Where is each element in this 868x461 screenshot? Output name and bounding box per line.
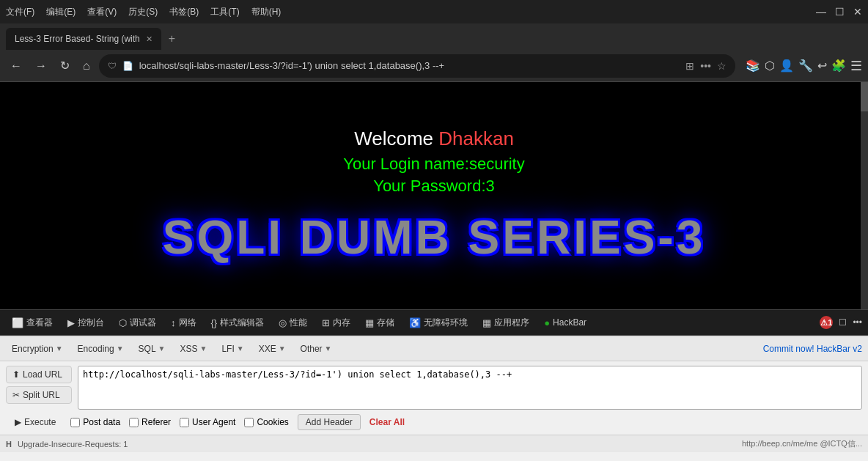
scroll-thumb[interactable] xyxy=(861,82,868,111)
active-tab[interactable]: Less-3 Error Based- String (with ✕ xyxy=(6,28,161,50)
xss-button[interactable]: XSS ▼ xyxy=(174,342,213,356)
encoding-label: Encoding xyxy=(78,344,114,354)
refresh-button[interactable]: ↻ xyxy=(56,56,74,75)
address-bar-icons: ⊞ ••• ☆ xyxy=(685,60,727,72)
hamburger-menu[interactable]: ☰ xyxy=(850,58,862,74)
tab-bar: Less-3 Error Based- String (with ✕ + xyxy=(0,23,868,50)
url-textarea[interactable] xyxy=(78,366,862,410)
sql-label: SQL xyxy=(139,344,156,354)
post-data-checkbox[interactable]: Post data xyxy=(70,417,120,427)
console-label: 控制台 xyxy=(78,317,104,329)
menu-file[interactable]: 文件(F) xyxy=(6,6,34,18)
post-data-label: Post data xyxy=(83,417,120,427)
accessibility-label: 无障碍环境 xyxy=(424,317,468,329)
main-content: Welcome Dhakkan Your Login name:security… xyxy=(0,82,868,309)
menu-bar: 文件(F) 编辑(E) 查看(V) 历史(S) 书签(B) 工具(T) 帮助(H… xyxy=(6,6,281,18)
devtool-performance[interactable]: ◎ 性能 xyxy=(273,314,313,332)
execute-button[interactable]: ▶ Execute xyxy=(9,414,62,430)
memory-icon: ⊞ xyxy=(322,317,330,328)
lfi-button[interactable]: LFI ▼ xyxy=(216,342,249,356)
devtool-accessibility[interactable]: ♿ 无障碍环境 xyxy=(403,314,474,332)
lfi-label: LFI xyxy=(221,344,234,354)
login-name: Your Login name:security xyxy=(343,155,524,174)
error-badge: ⚠ 1 xyxy=(820,316,833,329)
devtool-inspector[interactable]: ⬜ 查看器 xyxy=(6,314,59,332)
network-icon: ↕ xyxy=(171,317,176,328)
sqli-title: SQLI DUMB SERIES-3 xyxy=(163,210,706,265)
tab-label: Less-3 Error Based- String (with xyxy=(15,34,140,44)
puzzle-icon[interactable]: 🧩 xyxy=(831,59,846,73)
network-label: 网络 xyxy=(179,317,196,329)
load-url-button[interactable]: ⬆ Load URL xyxy=(6,366,72,383)
devtool-memory[interactable]: ⊞ 内存 xyxy=(316,314,356,332)
style-label: 样式编辑器 xyxy=(220,317,264,329)
devtool-console[interactable]: ▶ 控制台 xyxy=(62,314,110,332)
star-icon[interactable]: ☆ xyxy=(717,60,727,72)
cookies-checkbox[interactable]: Cookies xyxy=(244,417,288,427)
devtool-hackbar[interactable]: ● HackBar xyxy=(538,314,592,331)
menu-help[interactable]: 帮助(H) xyxy=(251,6,282,18)
window-controls: — ☐ ✕ xyxy=(816,6,862,18)
devtool-application[interactable]: ▦ 应用程序 xyxy=(477,314,535,332)
tab-close-button[interactable]: ✕ xyxy=(146,34,152,44)
sync-icon[interactable]: ⬡ xyxy=(765,59,775,73)
referer-input[interactable] xyxy=(129,418,139,427)
scroll-indicator xyxy=(861,82,868,309)
browser-icons: 📚 ⬡ 👤 🔧 ↩ 🧩 xyxy=(746,59,846,73)
devtools-more-icon[interactable]: ••• xyxy=(853,317,862,328)
other-label: Other xyxy=(301,344,323,354)
clear-all-button[interactable]: Clear All xyxy=(369,417,405,427)
post-data-input[interactable] xyxy=(70,418,80,427)
cookies-input[interactable] xyxy=(244,418,254,427)
account-icon[interactable]: 👤 xyxy=(779,59,794,73)
grid-icon[interactable]: ⊞ xyxy=(685,60,694,72)
xxe-label: XXE xyxy=(259,344,276,354)
user-agent-input[interactable] xyxy=(180,418,189,427)
home-button[interactable]: ⌂ xyxy=(78,56,95,75)
xss-label: XSS xyxy=(180,344,197,354)
add-header-button[interactable]: Add Header xyxy=(298,414,361,430)
referer-checkbox[interactable]: Referer xyxy=(129,417,171,427)
new-tab-button[interactable]: + xyxy=(161,28,183,50)
forward-button[interactable]: → xyxy=(31,56,51,75)
more-icon[interactable]: ••• xyxy=(700,60,711,72)
url-input[interactable] xyxy=(139,60,680,71)
encoding-button[interactable]: Encoding ▼ xyxy=(72,342,130,356)
extensions-icon[interactable]: 🔧 xyxy=(798,59,813,73)
password-text: Your Password:3 xyxy=(373,177,495,196)
devtool-debugger[interactable]: ⬡ 调试器 xyxy=(113,314,162,332)
minimize-button[interactable]: — xyxy=(816,6,826,18)
encryption-button[interactable]: Encryption ▼ xyxy=(6,342,69,356)
commit-button[interactable]: Commit now! HackBar v2 xyxy=(763,344,862,354)
address-bar[interactable]: 🛡 📄 ⊞ ••• ☆ xyxy=(99,54,735,78)
devtool-storage[interactable]: ▦ 存储 xyxy=(359,314,400,332)
welcome-line: Welcome Dhakkan xyxy=(354,128,514,150)
back2-icon[interactable]: ↩ xyxy=(817,59,827,73)
split-url-button[interactable]: ✂ Split URL xyxy=(6,386,72,404)
sql-button[interactable]: SQL ▼ xyxy=(133,342,172,356)
sql-arrow-icon: ▼ xyxy=(158,344,166,353)
inspector-label: 查看器 xyxy=(26,317,53,329)
user-agent-checkbox[interactable]: User Agent xyxy=(180,417,235,427)
library-icon[interactable]: 📚 xyxy=(746,59,760,73)
execute-icon: ▶ xyxy=(15,417,21,427)
maximize-button[interactable]: ☐ xyxy=(835,6,845,18)
menu-tools[interactable]: 工具(T) xyxy=(210,6,239,18)
menu-bookmarks[interactable]: 书签(B) xyxy=(169,6,199,18)
hackbar-tab-label: HackBar xyxy=(553,317,586,328)
devtools-window-icon[interactable]: ☐ xyxy=(839,317,847,328)
hackbar-url-row: ⬆ Load URL ✂ Split URL xyxy=(6,366,862,410)
menu-history[interactable]: 历史(S) xyxy=(128,6,158,18)
xxe-button[interactable]: XXE ▼ xyxy=(253,342,292,356)
devtools-bar: ⬜ 查看器 ▶ 控制台 ⬡ 调试器 ↕ 网络 {} 样式编辑器 ◎ 性能 ⊞ 内… xyxy=(0,309,868,336)
username-text: Dhakkan xyxy=(438,128,514,150)
menu-edit[interactable]: 编辑(E) xyxy=(46,6,76,18)
encoding-arrow-icon: ▼ xyxy=(117,344,124,353)
close-button[interactable]: ✕ xyxy=(853,6,862,18)
back-button[interactable]: ← xyxy=(6,56,26,75)
devtool-network[interactable]: ↕ 网络 xyxy=(165,314,202,332)
other-button[interactable]: Other ▼ xyxy=(295,342,338,356)
devtool-style-editor[interactable]: {} 样式编辑器 xyxy=(205,314,271,332)
load-url-icon: ⬆ xyxy=(12,369,20,380)
menu-view[interactable]: 查看(V) xyxy=(87,6,117,18)
